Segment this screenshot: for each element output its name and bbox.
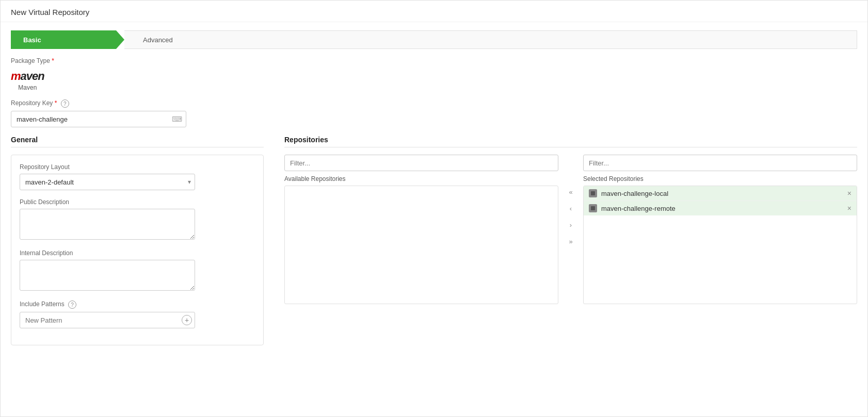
step-basic[interactable]: Basic <box>11 30 124 49</box>
list-item[interactable]: maven-challenge-local × <box>584 186 857 201</box>
internal-description-field: Internal Description <box>20 249 255 292</box>
selected-repos-panel: Selected Repositories maven-challenge-lo… <box>583 155 857 304</box>
selected-repos-list: maven-challenge-local × maven-challenge-… <box>583 186 857 304</box>
step-bar: Basic Advanced <box>11 30 857 49</box>
repositories-section-title: Repositories <box>284 136 857 147</box>
remove-repo-button[interactable]: × <box>847 189 851 197</box>
left-column: General Repository Layout maven-2-defaul… <box>11 136 264 345</box>
maven-logo-label: Maven <box>18 84 37 91</box>
repository-layout-field: Repository Layout maven-2-default simple… <box>20 163 255 190</box>
repository-key-help-icon[interactable]: ? <box>61 99 69 108</box>
selected-repos-label: Selected Repositories <box>583 175 857 182</box>
remove-repo-button[interactable]: × <box>847 204 851 212</box>
available-filter-input[interactable] <box>284 155 558 171</box>
repo-item-name: maven-challenge-remote <box>601 205 844 212</box>
public-description-label: Public Description <box>20 198 255 206</box>
general-section-title: General <box>11 136 264 147</box>
repositories-layout: Available Repositories « ‹ › » Selected … <box>284 155 857 304</box>
available-repos-list <box>284 186 558 304</box>
repo-item-name: maven-challenge-local <box>601 190 844 197</box>
step-advanced[interactable]: Advanced <box>124 30 857 49</box>
repository-key-input[interactable] <box>11 111 186 127</box>
public-description-field: Public Description <box>20 198 255 241</box>
internal-description-label: Internal Description <box>20 249 255 257</box>
page-title: New Virtual Repository <box>1 1 867 22</box>
include-patterns-label: Include Patterns ? <box>20 301 255 309</box>
package-type-section: Package Type * maven Maven <box>11 57 857 91</box>
repos-arrows: « ‹ › » <box>558 155 583 247</box>
keyboard-icon: ⌨ <box>172 115 182 123</box>
add-pattern-button[interactable]: + <box>182 315 192 325</box>
general-box: Repository Layout maven-2-default simple… <box>11 155 264 345</box>
pattern-input-wrapper: + <box>20 312 195 328</box>
move-all-left-button[interactable]: « <box>565 186 577 198</box>
repo-icon <box>589 204 597 212</box>
repository-key-label: Repository Key * ? <box>11 99 857 108</box>
repository-layout-label: Repository Layout <box>20 163 255 171</box>
maven-logo-image: maven <box>11 70 44 83</box>
right-column: Repositories Available Repositories « ‹ … <box>284 136 857 304</box>
maven-logo[interactable]: maven Maven <box>11 70 44 91</box>
main-content: Package Type * maven Maven Repository Ke… <box>1 57 867 356</box>
include-patterns-help-icon[interactable]: ? <box>68 301 76 309</box>
package-type-label: Package Type * <box>11 57 857 64</box>
move-right-button[interactable]: › <box>565 219 577 231</box>
selected-filter-input[interactable] <box>583 155 857 171</box>
repository-key-input-wrapper: ⌨ <box>11 111 186 127</box>
list-item[interactable]: maven-challenge-remote × <box>584 201 857 215</box>
public-description-input[interactable] <box>20 209 195 240</box>
repo-icon <box>589 189 597 197</box>
move-left-button[interactable]: ‹ <box>565 202 577 214</box>
repository-layout-select-wrapper: maven-2-default simple-default ivy-defau… <box>20 174 195 190</box>
include-patterns-field: Include Patterns ? + <box>20 301 255 328</box>
internal-description-input[interactable] <box>20 260 195 291</box>
maven-logo-section: maven Maven <box>11 70 857 91</box>
available-repos-panel: Available Repositories <box>284 155 558 304</box>
repository-layout-select[interactable]: maven-2-default simple-default ivy-defau… <box>20 174 195 190</box>
page-container: New Virtual Repository Basic Advanced Pa… <box>0 0 868 417</box>
move-all-right-button[interactable]: » <box>565 235 577 247</box>
two-column-layout: General Repository Layout maven-2-defaul… <box>11 136 857 345</box>
include-patterns-input[interactable] <box>20 312 195 328</box>
repository-key-section: Repository Key * ? ⌨ <box>11 99 857 127</box>
available-repos-label: Available Repositories <box>284 175 558 182</box>
